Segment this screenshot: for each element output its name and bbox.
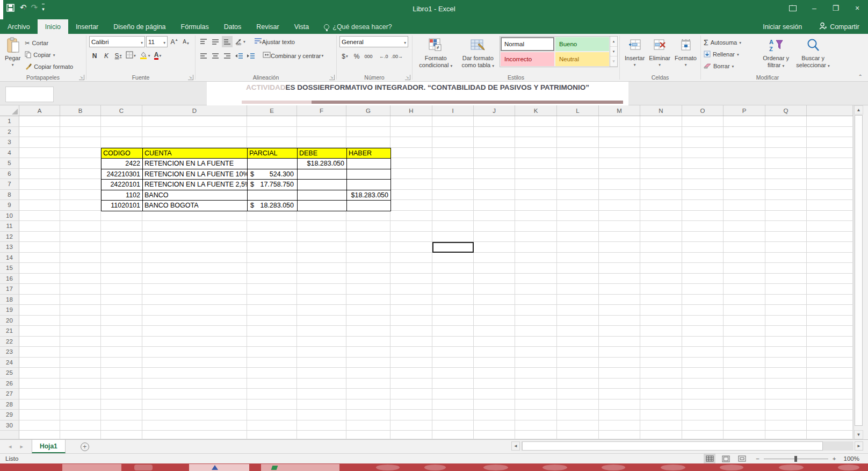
- row-header[interactable]: 23: [0, 347, 19, 358]
- grid-cell[interactable]: [640, 316, 682, 326]
- table-cell[interactable]: $17.758.750: [248, 180, 298, 190]
- grid-cell[interactable]: [346, 242, 390, 253]
- table-cell[interactable]: $18.283.050: [298, 159, 347, 169]
- clipboard-dialog-launcher[interactable]: ↘: [79, 75, 84, 80]
- grid-cell[interactable]: [60, 347, 101, 358]
- grid-cell[interactable]: [599, 158, 640, 169]
- grid-cell[interactable]: [724, 389, 765, 399]
- grid-cell[interactable]: [142, 253, 247, 263]
- grid-cell[interactable]: [432, 410, 474, 420]
- row-header[interactable]: 21: [0, 326, 19, 337]
- style-bueno[interactable]: Bueno: [555, 37, 610, 52]
- grid-cell[interactable]: [247, 358, 297, 368]
- row-header[interactable]: 17: [0, 284, 19, 295]
- grid-cell[interactable]: [557, 431, 599, 439]
- grid-cell[interactable]: [142, 431, 247, 439]
- grid-cell[interactable]: [390, 137, 432, 148]
- scroll-left-icon[interactable]: ◄: [511, 441, 520, 451]
- delete-cells-button[interactable]: Eliminar▾: [647, 36, 672, 69]
- bold-button[interactable]: N: [89, 50, 100, 61]
- column-header[interactable]: K: [515, 105, 557, 116]
- table-cell[interactable]: 11020101: [102, 201, 143, 211]
- grid-cell[interactable]: [19, 347, 60, 358]
- grid-cell[interactable]: [19, 179, 60, 190]
- grid-cell[interactable]: [474, 305, 515, 316]
- grid-cell[interactable]: [599, 242, 640, 253]
- wrap-text-button[interactable]: Ajustar texto: [253, 36, 312, 47]
- grid-cell[interactable]: [515, 337, 557, 347]
- grid-cell[interactable]: [599, 431, 640, 439]
- grid-cell[interactable]: [101, 211, 142, 222]
- grid-cell[interactable]: [724, 190, 765, 201]
- column-header[interactable]: N: [640, 105, 682, 116]
- font-color-button[interactable]: A▾: [153, 50, 163, 61]
- grid-cell[interactable]: [247, 316, 297, 326]
- grid-cell[interactable]: [19, 221, 60, 232]
- grid-cell[interactable]: [19, 242, 60, 253]
- spreadsheet-grid[interactable]: ABCDEFGHIJKLMNOPQ12345678910111213141516…: [0, 105, 853, 439]
- grid-cell[interactable]: [515, 284, 557, 295]
- grid-cell[interactable]: [724, 379, 765, 389]
- grid-cell[interactable]: [390, 379, 432, 389]
- grid-cell[interactable]: [474, 274, 515, 284]
- grid-cell[interactable]: [247, 368, 297, 379]
- grid-cell[interactable]: [724, 326, 765, 337]
- grid-cell[interactable]: [247, 211, 297, 222]
- align-top-icon[interactable]: [198, 36, 209, 47]
- grid-cell[interactable]: [765, 347, 807, 358]
- grid-cell[interactable]: [515, 410, 557, 420]
- grid-cell[interactable]: [142, 420, 247, 431]
- grid-cell[interactable]: [432, 137, 474, 148]
- grid-cell[interactable]: [142, 326, 247, 337]
- grid-cell[interactable]: [142, 284, 247, 295]
- grid-cell[interactable]: [807, 316, 853, 326]
- grid-cell[interactable]: [390, 410, 432, 420]
- grid-cell[interactable]: [557, 337, 599, 347]
- align-center-icon[interactable]: [210, 50, 221, 61]
- column-header[interactable]: B: [60, 105, 101, 116]
- grid-cell[interactable]: [432, 337, 474, 347]
- normal-view-icon[interactable]: [705, 455, 714, 462]
- grid-cell[interactable]: [19, 326, 60, 337]
- grid-cell[interactable]: [346, 399, 390, 410]
- grid-cell[interactable]: [599, 368, 640, 379]
- grid-cell[interactable]: [724, 347, 765, 358]
- grid-cell[interactable]: [557, 148, 599, 159]
- grid-cell[interactable]: [640, 337, 682, 347]
- grid-cell[interactable]: [346, 305, 390, 316]
- grid-cell[interactable]: [599, 211, 640, 222]
- tab-diseno[interactable]: Diseño de página: [106, 19, 173, 34]
- grid-cell[interactable]: [765, 200, 807, 211]
- grid-cell[interactable]: [297, 358, 346, 368]
- grid-cell[interactable]: [60, 431, 101, 439]
- grid-cell[interactable]: [515, 179, 557, 190]
- grid-cell[interactable]: [807, 179, 853, 190]
- tab-archivo[interactable]: Archivo: [0, 19, 38, 34]
- style-neutral[interactable]: Neutral: [555, 52, 610, 67]
- grid-cell[interactable]: [807, 379, 853, 389]
- grid-cell[interactable]: [557, 410, 599, 420]
- grid-cell[interactable]: [599, 116, 640, 127]
- grid-cell[interactable]: [765, 337, 807, 347]
- grid-cell[interactable]: [682, 200, 724, 211]
- grid-cell[interactable]: [390, 284, 432, 295]
- grid-cell[interactable]: [346, 347, 390, 358]
- grid-cell[interactable]: [515, 116, 557, 127]
- grid-cell[interactable]: [515, 148, 557, 159]
- table-cell[interactable]: RETENCION EN LA FUENTE: [143, 159, 248, 169]
- grid-cell[interactable]: [474, 179, 515, 190]
- grid-cell[interactable]: [432, 263, 474, 274]
- minimize-icon[interactable]: –: [804, 0, 825, 16]
- grid-cell[interactable]: [807, 158, 853, 169]
- grid-cell[interactable]: [142, 389, 247, 399]
- grid-cell[interactable]: [724, 305, 765, 316]
- grid-cell[interactable]: [599, 347, 640, 358]
- grid-cell[interactable]: [640, 211, 682, 222]
- grid-cell[interactable]: [765, 410, 807, 420]
- currency-format-button[interactable]: $▾: [339, 51, 350, 62]
- grid-cell[interactable]: [599, 221, 640, 232]
- row-header[interactable]: 5: [0, 158, 19, 169]
- grid-cell[interactable]: [765, 305, 807, 316]
- grid-cell[interactable]: [142, 368, 247, 379]
- grid-cell[interactable]: [640, 368, 682, 379]
